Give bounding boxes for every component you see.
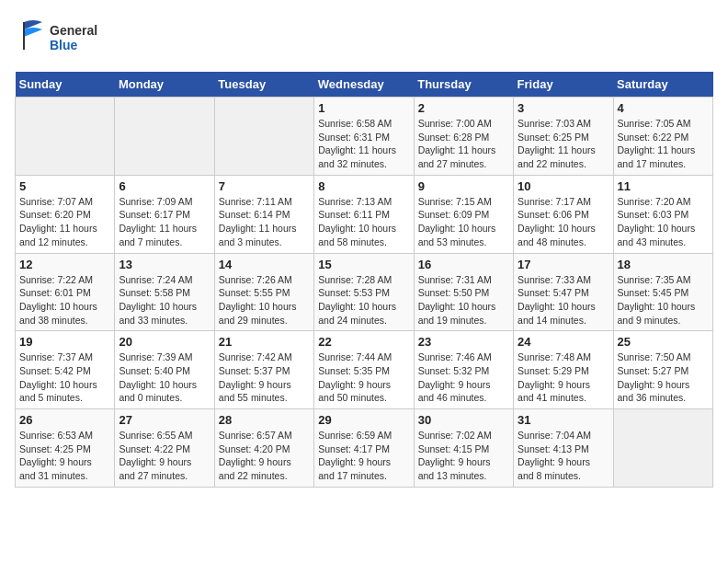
- calendar-cell: 1Sunrise: 6:58 AM Sunset: 6:31 PM Daylig…: [314, 98, 414, 176]
- weekday-header-monday: Monday: [115, 72, 214, 98]
- day-info: Sunrise: 7:44 AM Sunset: 5:35 PM Dayligh…: [318, 350, 409, 405]
- day-number: 13: [119, 258, 210, 271]
- day-info: Sunrise: 7:05 AM Sunset: 6:22 PM Dayligh…: [618, 117, 709, 171]
- calendar-week-row: 12Sunrise: 7:22 AM Sunset: 6:01 PM Dayli…: [16, 253, 713, 331]
- day-info: Sunrise: 7:22 AM Sunset: 6:01 PM Dayligh…: [19, 273, 110, 327]
- calendar-week-row: 5Sunrise: 7:07 AM Sunset: 6:20 PM Daylig…: [16, 175, 713, 253]
- calendar-cell: 25Sunrise: 7:50 AM Sunset: 5:27 PM Dayli…: [613, 331, 712, 409]
- day-info: Sunrise: 7:04 AM Sunset: 4:13 PM Dayligh…: [518, 429, 609, 483]
- day-info: Sunrise: 7:33 AM Sunset: 5:47 PM Dayligh…: [518, 273, 609, 327]
- calendar-cell: 27Sunrise: 6:55 AM Sunset: 4:22 PM Dayli…: [115, 409, 214, 488]
- calendar-cell: [613, 409, 712, 488]
- day-info: Sunrise: 7:03 AM Sunset: 6:25 PM Dayligh…: [518, 117, 609, 171]
- day-info: Sunrise: 7:50 AM Sunset: 5:27 PM Dayligh…: [618, 350, 709, 405]
- calendar-cell: 10Sunrise: 7:17 AM Sunset: 6:06 PM Dayli…: [514, 175, 613, 253]
- day-info: Sunrise: 7:48 AM Sunset: 5:29 PM Dayligh…: [518, 350, 609, 405]
- day-number: 22: [318, 335, 409, 349]
- calendar-cell: 22Sunrise: 7:44 AM Sunset: 5:35 PM Dayli…: [314, 331, 414, 409]
- calendar-cell: 29Sunrise: 6:59 AM Sunset: 4:17 PM Dayli…: [314, 409, 414, 488]
- day-number: 15: [318, 258, 409, 271]
- day-number: 18: [618, 258, 709, 271]
- day-number: 28: [219, 413, 310, 427]
- calendar-cell: [214, 98, 313, 176]
- day-info: Sunrise: 6:59 AM Sunset: 4:17 PM Dayligh…: [318, 429, 409, 483]
- day-info: Sunrise: 7:17 AM Sunset: 6:06 PM Dayligh…: [518, 195, 609, 249]
- day-number: 30: [418, 413, 509, 427]
- day-number: 5: [19, 179, 110, 193]
- day-info: Sunrise: 6:57 AM Sunset: 4:20 PM Dayligh…: [219, 429, 310, 483]
- day-number: 12: [19, 258, 110, 271]
- calendar-cell: 3Sunrise: 7:03 AM Sunset: 6:25 PM Daylig…: [514, 98, 613, 176]
- calendar-cell: 19Sunrise: 7:37 AM Sunset: 5:42 PM Dayli…: [16, 331, 115, 409]
- day-number: 4: [618, 101, 709, 115]
- day-number: 24: [518, 335, 609, 349]
- day-number: 17: [518, 258, 609, 271]
- weekday-header-wednesday: Wednesday: [314, 72, 414, 98]
- day-number: 16: [418, 258, 509, 271]
- calendar-cell: [16, 98, 115, 176]
- day-number: 27: [119, 413, 210, 427]
- day-info: Sunrise: 7:13 AM Sunset: 6:11 PM Dayligh…: [318, 195, 409, 249]
- logo-svg: General Blue: [15, 15, 125, 61]
- day-number: 7: [219, 179, 310, 193]
- calendar-cell: 21Sunrise: 7:42 AM Sunset: 5:37 PM Dayli…: [214, 331, 313, 409]
- weekday-header-row: SundayMondayTuesdayWednesdayThursdayFrid…: [16, 72, 713, 98]
- calendar-cell: 26Sunrise: 6:53 AM Sunset: 4:25 PM Dayli…: [16, 409, 115, 488]
- day-info: Sunrise: 7:20 AM Sunset: 6:03 PM Dayligh…: [618, 195, 709, 249]
- calendar-cell: 20Sunrise: 7:39 AM Sunset: 5:40 PM Dayli…: [115, 331, 214, 409]
- day-info: Sunrise: 7:46 AM Sunset: 5:32 PM Dayligh…: [418, 350, 509, 405]
- day-info: Sunrise: 6:53 AM Sunset: 4:25 PM Dayligh…: [19, 429, 110, 483]
- calendar-cell: 9Sunrise: 7:15 AM Sunset: 6:09 PM Daylig…: [414, 175, 513, 253]
- day-info: Sunrise: 7:11 AM Sunset: 6:14 PM Dayligh…: [219, 195, 310, 249]
- calendar-cell: 11Sunrise: 7:20 AM Sunset: 6:03 PM Dayli…: [613, 175, 712, 253]
- day-number: 14: [219, 258, 310, 271]
- day-number: 1: [318, 101, 409, 115]
- calendar-cell: 14Sunrise: 7:26 AM Sunset: 5:55 PM Dayli…: [214, 253, 313, 331]
- day-info: Sunrise: 7:31 AM Sunset: 5:50 PM Dayligh…: [418, 273, 509, 327]
- calendar-cell: 18Sunrise: 7:35 AM Sunset: 5:45 PM Dayli…: [613, 253, 712, 331]
- calendar-cell: 4Sunrise: 7:05 AM Sunset: 6:22 PM Daylig…: [613, 98, 712, 176]
- day-number: 23: [418, 335, 509, 349]
- calendar-table: SundayMondayTuesdayWednesdayThursdayFrid…: [15, 72, 713, 488]
- page-header: General Blue: [15, 15, 713, 61]
- calendar-week-row: 19Sunrise: 7:37 AM Sunset: 5:42 PM Dayli…: [16, 331, 713, 409]
- day-info: Sunrise: 7:39 AM Sunset: 5:40 PM Dayligh…: [119, 350, 210, 405]
- day-number: 2: [418, 101, 509, 115]
- weekday-header-thursday: Thursday: [414, 72, 513, 98]
- day-number: 10: [518, 179, 609, 193]
- weekday-header-friday: Friday: [514, 72, 613, 98]
- calendar-cell: [115, 98, 214, 176]
- day-number: 31: [518, 413, 609, 427]
- day-info: Sunrise: 7:28 AM Sunset: 5:53 PM Dayligh…: [318, 273, 409, 327]
- day-number: 20: [119, 335, 210, 349]
- weekday-header-sunday: Sunday: [16, 72, 115, 98]
- day-number: 26: [19, 413, 110, 427]
- logo: General Blue: [15, 15, 125, 61]
- day-info: Sunrise: 7:07 AM Sunset: 6:20 PM Dayligh…: [19, 195, 110, 249]
- day-number: 21: [219, 335, 310, 349]
- day-info: Sunrise: 6:55 AM Sunset: 4:22 PM Dayligh…: [119, 429, 210, 483]
- calendar-cell: 8Sunrise: 7:13 AM Sunset: 6:11 PM Daylig…: [314, 175, 414, 253]
- calendar-cell: 5Sunrise: 7:07 AM Sunset: 6:20 PM Daylig…: [16, 175, 115, 253]
- calendar-cell: 30Sunrise: 7:02 AM Sunset: 4:15 PM Dayli…: [414, 409, 513, 488]
- day-number: 8: [318, 179, 409, 193]
- day-number: 9: [418, 179, 509, 193]
- day-number: 19: [19, 335, 110, 349]
- calendar-cell: 13Sunrise: 7:24 AM Sunset: 5:58 PM Dayli…: [115, 253, 214, 331]
- day-info: Sunrise: 7:35 AM Sunset: 5:45 PM Dayligh…: [618, 273, 709, 327]
- day-number: 6: [119, 179, 210, 193]
- calendar-cell: 23Sunrise: 7:46 AM Sunset: 5:32 PM Dayli…: [414, 331, 513, 409]
- calendar-cell: 6Sunrise: 7:09 AM Sunset: 6:17 PM Daylig…: [115, 175, 214, 253]
- calendar-cell: 2Sunrise: 7:00 AM Sunset: 6:28 PM Daylig…: [414, 98, 513, 176]
- calendar-cell: 15Sunrise: 7:28 AM Sunset: 5:53 PM Dayli…: [314, 253, 414, 331]
- calendar-cell: 17Sunrise: 7:33 AM Sunset: 5:47 PM Dayli…: [514, 253, 613, 331]
- calendar-cell: 31Sunrise: 7:04 AM Sunset: 4:13 PM Dayli…: [514, 409, 613, 488]
- day-number: 29: [318, 413, 409, 427]
- day-info: Sunrise: 7:15 AM Sunset: 6:09 PM Dayligh…: [418, 195, 509, 249]
- day-info: Sunrise: 7:37 AM Sunset: 5:42 PM Dayligh…: [19, 350, 110, 405]
- calendar-week-row: 26Sunrise: 6:53 AM Sunset: 4:25 PM Dayli…: [16, 409, 713, 488]
- day-number: 11: [618, 179, 709, 193]
- svg-text:General: General: [50, 23, 97, 38]
- day-info: Sunrise: 7:24 AM Sunset: 5:58 PM Dayligh…: [119, 273, 210, 327]
- calendar-cell: 24Sunrise: 7:48 AM Sunset: 5:29 PM Dayli…: [514, 331, 613, 409]
